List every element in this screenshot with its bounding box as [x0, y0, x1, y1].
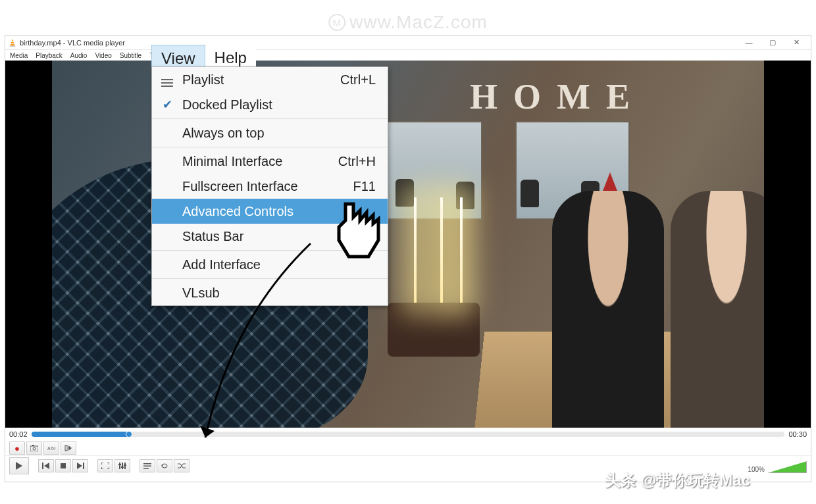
- dropdown-item-fullscreen-interface[interactable]: Fullscreen Interface F11: [152, 174, 388, 199]
- svg-rect-20: [121, 466, 124, 468]
- dropdown-label: Always on top: [182, 126, 265, 141]
- dropdown-label: Minimal Interface: [182, 154, 282, 169]
- time-total: 00:30: [788, 430, 807, 438]
- video-sparkler: [440, 197, 443, 303]
- svg-marker-10: [16, 462, 22, 470]
- frame-step-icon: [64, 445, 72, 451]
- titlebar: birthday.mp4 - VLC media player — ▢ ✕: [5, 36, 811, 50]
- seekbar-fill: [32, 432, 130, 437]
- svg-rect-22: [143, 463, 151, 465]
- record-button[interactable]: ●: [9, 441, 25, 455]
- svg-marker-12: [44, 463, 49, 469]
- maximize-button[interactable]: ▢: [761, 36, 784, 49]
- menu-audio[interactable]: Audio: [67, 52, 91, 59]
- svg-rect-24: [143, 468, 149, 469]
- dropdown-item-advanced-controls[interactable]: Advanced Controls: [152, 199, 388, 224]
- dropdown-separator: [152, 250, 388, 251]
- video-lantern: [456, 182, 474, 209]
- play-icon: [15, 461, 23, 470]
- dropdown-label: Add Interface: [182, 257, 261, 272]
- svg-marker-0: [11, 38, 15, 45]
- loop-ab-button[interactable]: A↻B: [43, 441, 59, 455]
- video-area[interactable]: HOME: [5, 61, 811, 428]
- watermark-top: M www.MacZ.com: [328, 12, 488, 33]
- vlc-window: birthday.mp4 - VLC media player — ▢ ✕ Me…: [5, 35, 811, 482]
- volume-label: 100%: [748, 466, 765, 473]
- svg-rect-17: [122, 463, 123, 469]
- dropdown-label: Fullscreen Interface: [182, 179, 298, 194]
- video-home-text: HOME: [470, 76, 646, 117]
- dropdown-shortcut: Ctrl+L: [340, 72, 376, 88]
- playlist-button[interactable]: [140, 459, 155, 472]
- loop-button[interactable]: [157, 459, 172, 472]
- fullscreen-icon: [101, 463, 109, 469]
- skip-next-icon: [76, 463, 84, 469]
- svg-marker-14: [77, 463, 82, 469]
- video-person: [671, 191, 764, 428]
- seekbar-knob[interactable]: [126, 431, 132, 438]
- svg-rect-8: [65, 445, 67, 451]
- window-title: birthday.mp4 - VLC media player: [20, 39, 125, 47]
- stop-button[interactable]: [55, 459, 71, 472]
- svg-rect-19: [118, 464, 121, 465]
- volume-slider[interactable]: [767, 461, 807, 473]
- dropdown-item-minimal-interface[interactable]: Minimal Interface Ctrl+H: [152, 149, 388, 174]
- svg-rect-6: [32, 445, 34, 446]
- skip-previous-icon: [42, 463, 50, 469]
- next-button[interactable]: [72, 459, 88, 472]
- fullscreen-button[interactable]: [97, 459, 113, 472]
- svg-text:A↻B: A↻B: [47, 446, 55, 451]
- dropdown-label: Status Bar: [182, 229, 243, 244]
- dropdown-label: VLsub: [182, 286, 220, 301]
- stop-icon: [60, 463, 66, 469]
- list-icon: [160, 79, 174, 80]
- menu-playback[interactable]: Playback: [32, 52, 66, 59]
- play-button[interactable]: [9, 457, 29, 474]
- svg-point-5: [33, 447, 36, 450]
- previous-button[interactable]: [38, 459, 54, 472]
- dropdown-item-vlsub[interactable]: VLsub: [152, 280, 388, 305]
- loop-ab-icon: A↻B: [47, 445, 55, 451]
- svg-rect-13: [61, 463, 66, 468]
- dropdown-separator: [152, 147, 388, 147]
- watermark-m-icon: M: [328, 14, 345, 31]
- video-lantern: [395, 179, 414, 207]
- svg-rect-11: [42, 463, 43, 469]
- watermark-bottom: 头条 @带你玩转Mac: [605, 470, 750, 491]
- dropdown-separator: [152, 118, 388, 119]
- dropdown-label: Advanced Controls: [182, 204, 293, 219]
- dropdown-label: Playlist: [182, 72, 224, 88]
- equalizer-icon: [118, 463, 126, 469]
- shuffle-icon: [178, 463, 186, 469]
- svg-rect-3: [11, 43, 14, 43]
- dropdown-shortcut: F11: [353, 179, 376, 194]
- svg-rect-15: [83, 463, 84, 469]
- extended-settings-button[interactable]: [115, 459, 130, 472]
- menu-subtitle[interactable]: Subtitle: [116, 52, 145, 59]
- svg-rect-21: [124, 465, 126, 466]
- shuffle-button[interactable]: [174, 459, 190, 472]
- dropdown-item-docked-playlist[interactable]: ✔ Docked Playlist: [152, 92, 388, 117]
- seekbar[interactable]: [32, 432, 785, 437]
- dropdown-item-status-bar[interactable]: Status Bar: [152, 224, 388, 249]
- snapshot-button[interactable]: [26, 441, 42, 455]
- svg-rect-4: [30, 446, 38, 451]
- svg-rect-1: [10, 45, 16, 47]
- dropdown-item-add-interface[interactable]: Add Interface: [152, 252, 388, 277]
- time-current: 00:02: [9, 430, 28, 438]
- dropdown-separator: [152, 278, 388, 279]
- vlc-cone-icon: [8, 38, 17, 47]
- menu-video[interactable]: Video: [91, 52, 115, 59]
- video-lantern: [521, 180, 539, 207]
- frame-step-button[interactable]: [61, 441, 76, 455]
- minimize-button[interactable]: —: [737, 36, 761, 49]
- dropdown-item-playlist[interactable]: Playlist Ctrl+L: [152, 67, 388, 92]
- dropdown-item-always-on-top[interactable]: Always on top: [152, 120, 388, 145]
- watermark-top-text: www.MacZ.com: [349, 12, 488, 33]
- view-dropdown: Playlist Ctrl+L ✔ Docked Playlist Always…: [151, 66, 388, 306]
- close-button[interactable]: ✕: [784, 36, 808, 49]
- menu-media[interactable]: Media: [7, 52, 31, 59]
- loop-icon: [161, 463, 168, 469]
- camera-icon: [30, 445, 38, 451]
- dropdown-label: Docked Playlist: [182, 97, 272, 113]
